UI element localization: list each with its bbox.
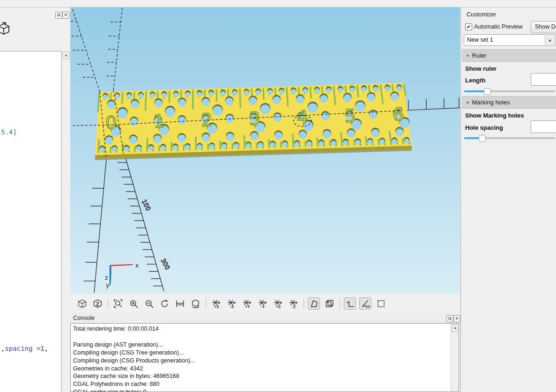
hole-spacing-slider[interactable] bbox=[464, 137, 555, 139]
ruler-hole bbox=[279, 89, 284, 95]
show-scale-markers-button[interactable]: 10 bbox=[359, 297, 371, 310]
console-scrollbar[interactable]: ▲ bbox=[451, 324, 459, 392]
view-plus-z-button[interactable]: +Z bbox=[272, 297, 284, 310]
zoom-out-button[interactable] bbox=[143, 297, 155, 310]
ruler-hole bbox=[202, 98, 210, 106]
toolbar-separator bbox=[108, 298, 108, 309]
length-input[interactable] bbox=[531, 73, 556, 86]
zoom-in-button[interactable] bbox=[127, 297, 140, 310]
gizmo-axis-label: y bbox=[106, 282, 109, 288]
ruler-tick-mark bbox=[269, 139, 269, 148]
console-line: CGAL Polyhedrons in cache: 880 bbox=[73, 380, 449, 388]
ruler-hole bbox=[197, 144, 202, 149]
editor-float-button[interactable]: ⧉ bbox=[55, 12, 62, 19]
ruler-tick-mark bbox=[98, 139, 99, 153]
show-axes-button[interactable] bbox=[344, 297, 356, 310]
perspective-button[interactable] bbox=[308, 297, 320, 310]
editor-code-area[interactable]: 5.4],spacing =1, bbox=[0, 51, 61, 392]
view-plus-y-button[interactable]: +Y bbox=[241, 297, 253, 310]
editor-preview-cube-icon[interactable] bbox=[0, 22, 11, 37]
show-details-button[interactable]: Show De bbox=[531, 21, 556, 33]
collapse-triangle-icon[interactable]: ▾ bbox=[467, 100, 469, 105]
view-minus-y-button[interactable]: -Y bbox=[256, 297, 268, 310]
ruler-section-title: Ruler bbox=[472, 52, 487, 59]
view-minus-z-button[interactable]: -Z bbox=[287, 297, 299, 310]
ruler-hole bbox=[273, 96, 281, 104]
gizmo-axis-label: z bbox=[105, 274, 108, 281]
preset-dropdown-arrow-icon[interactable]: ▾ bbox=[545, 35, 555, 45]
console-scrollbar-up-arrow[interactable]: ▲ bbox=[452, 324, 459, 332]
marking-holes-section-header[interactable]: ▾ Marking holes bbox=[462, 96, 556, 109]
view-plus-x-icon: +X bbox=[211, 299, 221, 309]
ruler-section-header[interactable]: ▾ Ruler bbox=[462, 49, 556, 62]
zoom-in-icon bbox=[129, 299, 139, 309]
svg-text:-X: -X bbox=[230, 304, 234, 309]
ruler-tick-mark bbox=[240, 89, 240, 108]
ruler-hole bbox=[131, 100, 139, 108]
svg-text:10: 10 bbox=[178, 301, 182, 306]
ruler-number: 4 bbox=[297, 107, 309, 128]
ruler-hole bbox=[385, 86, 390, 91]
show-axes-icon bbox=[345, 299, 355, 309]
editor-scrollbar[interactable]: ▲ bbox=[61, 51, 69, 392]
reset-view-icon bbox=[160, 299, 170, 309]
ruler-hole bbox=[343, 94, 351, 102]
hole-spacing-input[interactable] bbox=[531, 120, 556, 133]
ruler-tick-mark bbox=[111, 147, 111, 153]
ruler-hole bbox=[209, 91, 214, 96]
ruler-hole bbox=[126, 94, 132, 99]
collapse-triangle-icon[interactable]: ▾ bbox=[467, 53, 469, 58]
ruler-hole bbox=[112, 147, 117, 152]
view-minus-x-button[interactable]: -X bbox=[225, 297, 237, 310]
ruler-hole bbox=[362, 87, 367, 92]
render-button[interactable] bbox=[91, 297, 104, 310]
ruler-hole bbox=[107, 101, 115, 109]
ruler-hole bbox=[274, 114, 282, 122]
show-edges-button[interactable] bbox=[375, 297, 387, 310]
console-log[interactable]: Total rendering time: 0:00:00.014 Parsin… bbox=[70, 323, 459, 392]
viewport-toolbar: 10+X-X+Y-Y+Z-Z10 bbox=[70, 294, 460, 313]
orthographic-button[interactable] bbox=[323, 297, 335, 310]
ruler-hole bbox=[308, 103, 318, 113]
console-float-button[interactable]: ⧉ bbox=[446, 315, 453, 322]
view-center-button[interactable] bbox=[189, 297, 201, 310]
ruler-tick-mark bbox=[263, 88, 264, 100]
view-minus-z-icon: -Z bbox=[289, 299, 298, 309]
preset-dropdown[interactable]: New set 1 ▾ bbox=[464, 34, 556, 46]
view-all-button[interactable]: 10 bbox=[174, 297, 186, 310]
gizmo-axis-label: x bbox=[135, 262, 139, 269]
ruler-hole bbox=[371, 129, 379, 137]
3d-viewport[interactable]: 1003000123456xzy bbox=[70, 7, 460, 294]
toolbar-separator bbox=[206, 298, 206, 309]
ruler-hole bbox=[320, 95, 328, 103]
ruler-tick-mark bbox=[378, 139, 379, 145]
ruler-number: 0 bbox=[105, 112, 117, 133]
editor-close-button[interactable]: ✕ bbox=[62, 12, 69, 19]
length-slider-handle[interactable] bbox=[484, 88, 491, 95]
editor-code-line[interactable]: ,spacing =1, bbox=[1, 344, 48, 353]
ruler-hole bbox=[173, 145, 178, 150]
ruler-tick-mark bbox=[298, 87, 299, 95]
ruler-hole bbox=[246, 143, 251, 148]
ruler-tick-mark bbox=[402, 139, 403, 145]
view-plus-x-button[interactable]: +X bbox=[210, 297, 222, 310]
automatic-preview-checkbox[interactable]: ✔ bbox=[465, 23, 472, 30]
ruler-hole bbox=[124, 146, 129, 151]
ruler-hole bbox=[209, 144, 215, 149]
editor-scrollbar-up-arrow[interactable]: ▲ bbox=[62, 52, 70, 59]
preview-button[interactable] bbox=[76, 297, 88, 310]
length-slider[interactable] bbox=[464, 90, 555, 92]
zoom-all-button[interactable] bbox=[112, 297, 124, 310]
3d-scene[interactable]: 1003000123456xzy bbox=[70, 7, 460, 294]
reset-view-button[interactable] bbox=[158, 297, 171, 310]
ruler-hole bbox=[343, 140, 348, 145]
editor-code-line[interactable]: 5.4] bbox=[1, 128, 17, 136]
ruler-tick-mark bbox=[135, 146, 135, 152]
ruler-hole bbox=[395, 128, 403, 136]
console-line: Geometry cache size in bytes: 46965168 bbox=[73, 372, 449, 380]
ruler-hole bbox=[326, 88, 331, 93]
ruler-tick-mark bbox=[123, 143, 123, 153]
ruler-hole bbox=[251, 133, 259, 141]
hole-spacing-slider-handle[interactable] bbox=[479, 135, 486, 142]
console-close-button[interactable]: ✕ bbox=[453, 315, 460, 322]
